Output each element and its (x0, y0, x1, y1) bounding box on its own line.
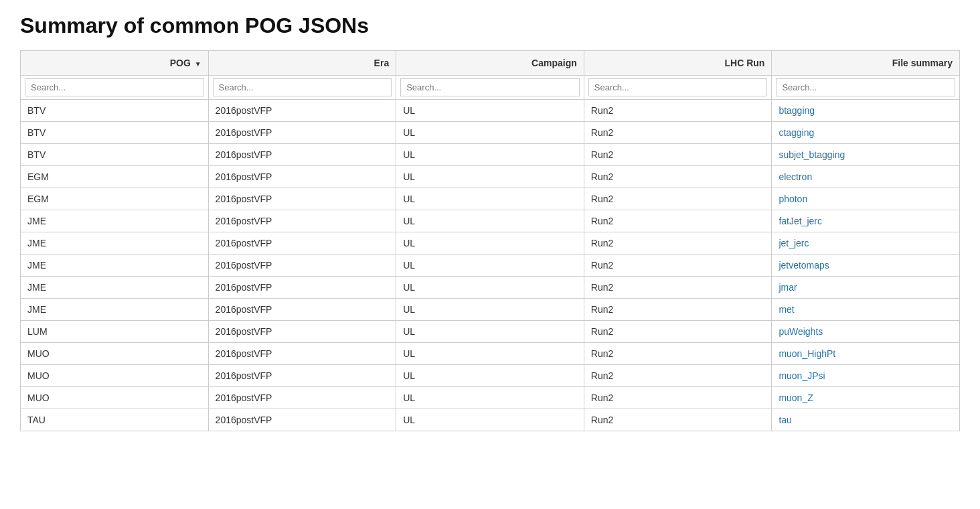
filesummary-link[interactable]: met (779, 304, 794, 315)
search-input-filesummary[interactable] (776, 78, 955, 96)
col-header-campaign: Campaign (396, 51, 584, 76)
filesummary-link[interactable]: muon_Z (779, 392, 813, 403)
table-row: JME2016postVFPULRun2fatJet_jerc (21, 210, 960, 232)
cell-era: 2016postVFP (208, 100, 396, 122)
filesummary-link[interactable]: electron (779, 171, 812, 182)
cell-campaign: UL (396, 387, 584, 409)
cell-era: 2016postVFP (208, 365, 396, 387)
cell-era: 2016postVFP (208, 254, 396, 277)
cell-lhcrun: Run2 (584, 321, 772, 343)
search-cell-era (208, 76, 396, 100)
cell-filesummary[interactable]: electron (772, 166, 960, 188)
cell-filesummary[interactable]: subjet_btagging (772, 144, 960, 166)
cell-campaign: UL (396, 188, 584, 210)
cell-filesummary[interactable]: ctagging (772, 122, 960, 144)
cell-filesummary[interactable]: met (772, 299, 960, 321)
cell-filesummary[interactable]: jet_jerc (772, 232, 960, 254)
cell-lhcrun: Run2 (584, 210, 772, 232)
cell-campaign: UL (396, 277, 584, 299)
search-input-era[interactable] (213, 78, 392, 96)
filesummary-link[interactable]: ctagging (779, 127, 814, 138)
cell-pog: MUO (21, 343, 209, 365)
cell-pog: EGM (21, 166, 209, 188)
cell-campaign: UL (396, 122, 584, 144)
col-header-pog[interactable]: POG ▼ (21, 51, 209, 76)
col-header-pog-label: POG (170, 58, 191, 68)
col-header-lhcrun: LHC Run (584, 51, 772, 76)
cell-campaign: UL (396, 100, 584, 122)
filesummary-link[interactable]: fatJet_jerc (779, 216, 822, 226)
cell-lhcrun: Run2 (584, 144, 772, 166)
cell-filesummary[interactable]: tau (772, 409, 960, 431)
filesummary-link[interactable]: tau (779, 415, 791, 425)
column-headers: POG ▼ Era Campaign LHC Run File summary (21, 51, 960, 76)
cell-pog: BTV (21, 100, 209, 122)
col-header-lhcrun-label: LHC Run (724, 58, 764, 68)
cell-filesummary[interactable]: btagging (772, 100, 960, 122)
cell-filesummary[interactable]: photon (772, 188, 960, 210)
cell-lhcrun: Run2 (584, 232, 772, 254)
cell-filesummary[interactable]: puWeights (772, 321, 960, 343)
cell-lhcrun: Run2 (584, 277, 772, 299)
col-header-campaign-label: Campaign (532, 58, 577, 68)
cell-pog: MUO (21, 365, 209, 387)
cell-lhcrun: Run2 (584, 254, 772, 277)
cell-pog: TAU (21, 409, 209, 431)
filesummary-link[interactable]: jmar (779, 282, 797, 293)
filesummary-link[interactable]: puWeights (779, 326, 823, 337)
cell-filesummary[interactable]: muon_JPsi (772, 365, 960, 387)
cell-era: 2016postVFP (208, 144, 396, 166)
filesummary-link[interactable]: jetvetomaps (779, 260, 829, 271)
cell-lhcrun: Run2 (584, 343, 772, 365)
table-row: MUO2016postVFPULRun2muon_Z (21, 387, 960, 409)
cell-era: 2016postVFP (208, 122, 396, 144)
cell-pog: JME (21, 210, 209, 232)
cell-era: 2016postVFP (208, 409, 396, 431)
table-row: MUO2016postVFPULRun2muon_HighPt (21, 343, 960, 365)
page-title: Summary of common POG JSONs (20, 13, 960, 38)
cell-filesummary[interactable]: jmar (772, 277, 960, 299)
cell-era: 2016postVFP (208, 210, 396, 232)
col-header-era-label: Era (374, 58, 390, 68)
table-row: JME2016postVFPULRun2jet_jerc (21, 232, 960, 254)
col-header-filesummary: File summary (772, 51, 960, 76)
table-row: EGM2016postVFPULRun2photon (21, 188, 960, 210)
search-cell-lhcrun (584, 76, 772, 100)
cell-lhcrun: Run2 (584, 100, 772, 122)
table-row: MUO2016postVFPULRun2muon_JPsi (21, 365, 960, 387)
search-input-pog[interactable] (25, 78, 204, 96)
cell-pog: BTV (21, 144, 209, 166)
cell-era: 2016postVFP (208, 166, 396, 188)
cell-campaign: UL (396, 365, 584, 387)
table-row: EGM2016postVFPULRun2electron (21, 166, 960, 188)
cell-pog: LUM (21, 321, 209, 343)
table-body: BTV2016postVFPULRun2btaggingBTV2016postV… (21, 100, 960, 431)
table-row: JME2016postVFPULRun2jmar (21, 277, 960, 299)
cell-filesummary[interactable]: muon_HighPt (772, 343, 960, 365)
cell-era: 2016postVFP (208, 321, 396, 343)
table-row: TAU2016postVFPULRun2tau (21, 409, 960, 431)
filesummary-link[interactable]: jet_jerc (779, 238, 809, 248)
cell-campaign: UL (396, 166, 584, 188)
filesummary-link[interactable]: btagging (779, 105, 815, 116)
filesummary-link[interactable]: subjet_btagging (779, 149, 845, 160)
cell-filesummary[interactable]: fatJet_jerc (772, 210, 960, 232)
filesummary-link[interactable]: photon (779, 194, 807, 204)
cell-lhcrun: Run2 (584, 365, 772, 387)
col-header-filesummary-label: File summary (892, 58, 953, 68)
col-header-era: Era (208, 51, 396, 76)
filesummary-link[interactable]: muon_HighPt (779, 348, 835, 359)
cell-campaign: UL (396, 321, 584, 343)
search-input-campaign[interactable] (400, 78, 580, 96)
cell-filesummary[interactable]: muon_Z (772, 387, 960, 409)
search-input-lhcrun[interactable] (588, 78, 768, 96)
sort-icon: ▼ (195, 60, 201, 68)
search-cell-filesummary (772, 76, 960, 100)
cell-pog: MUO (21, 387, 209, 409)
cell-campaign: UL (396, 254, 584, 277)
pog-table: POG ▼ Era Campaign LHC Run File summary (20, 50, 960, 431)
cell-filesummary[interactable]: jetvetomaps (772, 254, 960, 277)
cell-era: 2016postVFP (208, 299, 396, 321)
table-row: BTV2016postVFPULRun2subjet_btagging (21, 144, 960, 166)
filesummary-link[interactable]: muon_JPsi (779, 370, 825, 381)
